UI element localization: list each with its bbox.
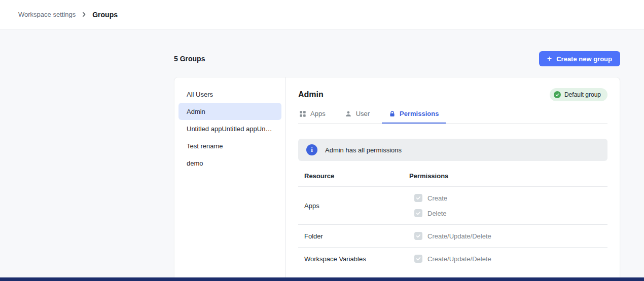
group-item-label: All Users <box>187 91 213 98</box>
resource-name: Apps <box>304 202 409 210</box>
groups-count: 5 Groups <box>174 55 205 63</box>
banner-text: Admin has all permissions <box>325 146 402 154</box>
group-item-label: Untitled appUntitled appUntitle… <box>187 125 273 133</box>
tab-permissions[interactable]: Permissions <box>388 110 440 123</box>
permission-label: Delete <box>427 210 447 217</box>
resource-name: Workspace Variables <box>304 255 409 263</box>
green-check-icon <box>554 91 561 98</box>
tab-apps-label: Apps <box>310 110 326 117</box>
group-item-test-rename[interactable]: Test rename <box>178 137 281 154</box>
permissions-table: Resource Permissions Apps Create <box>298 161 607 270</box>
plus-icon <box>547 55 552 63</box>
table-row-folder: Folder Create/Update/Delete <box>298 225 607 248</box>
checkbox-workspace-variables-cud[interactable] <box>414 255 422 263</box>
checkbox-create[interactable] <box>414 194 422 202</box>
group-item-label: Test rename <box>187 142 223 150</box>
group-item-all-users[interactable]: All Users <box>178 86 281 103</box>
tab-user[interactable]: User <box>344 110 371 123</box>
group-tabs: Apps User Permissions <box>298 110 607 124</box>
group-item-label: demo <box>187 159 203 167</box>
group-item-demo[interactable]: demo <box>178 154 281 172</box>
groups-page: 5 Groups Create new group All Users Admi… <box>174 29 620 277</box>
checkbox-folder-cud[interactable] <box>414 232 422 240</box>
column-header-permissions: Permissions <box>409 172 601 180</box>
bottom-bar <box>0 277 644 281</box>
topbar: Workspace settings Groups <box>0 0 644 29</box>
groups-card: All Users Admin Untitled appUntitled app… <box>174 77 620 277</box>
chevron-right-icon <box>81 11 87 18</box>
permission-label: Create/Update/Delete <box>427 255 491 263</box>
group-list: All Users Admin Untitled appUntitled app… <box>174 77 286 277</box>
permissions-info-banner: Admin has all permissions <box>298 139 607 161</box>
permission-option: Create <box>414 194 601 202</box>
info-icon <box>306 144 317 155</box>
permission-label: Create <box>427 194 447 202</box>
column-header-resource: Resource <box>304 172 409 180</box>
breadcrumb-current-groups: Groups <box>92 11 118 19</box>
lock-icon <box>389 110 396 117</box>
group-item-label: Admin <box>187 108 205 115</box>
create-new-group-label: Create new group <box>556 55 612 63</box>
permission-cell: Create Delete <box>409 194 601 217</box>
create-new-group-button[interactable]: Create new group <box>539 51 620 66</box>
resource-name: Folder <box>304 232 409 240</box>
tab-apps[interactable]: Apps <box>298 110 327 123</box>
table-row-apps: Apps Create Delete <box>298 187 607 225</box>
default-group-label: Default group <box>564 91 601 98</box>
permission-cell: Create/Update/Delete <box>409 255 601 263</box>
permission-option: Create/Update/Delete <box>414 232 601 240</box>
permission-cell: Create/Update/Delete <box>409 232 601 240</box>
permission-option: Create/Update/Delete <box>414 255 601 263</box>
group-item-admin[interactable]: Admin <box>178 103 281 120</box>
table-row-workspace-variables: Workspace Variables Create/Update/Delete <box>298 248 607 270</box>
checkbox-delete[interactable] <box>414 209 422 217</box>
breadcrumb-workspace-settings[interactable]: Workspace settings <box>18 11 76 18</box>
group-title: Admin <box>298 90 324 99</box>
group-item-untitled-app[interactable]: Untitled appUntitled appUntitle… <box>178 120 281 137</box>
table-header-row: Resource Permissions <box>298 161 607 187</box>
panel-header: Admin Default group <box>298 88 607 102</box>
permission-label: Create/Update/Delete <box>427 232 491 240</box>
user-icon <box>345 110 352 117</box>
tab-user-label: User <box>356 110 370 117</box>
apps-grid-icon <box>299 110 306 117</box>
group-detail-panel: Admin Default group Apps <box>286 77 620 277</box>
tab-permissions-label: Permissions <box>400 110 439 117</box>
groups-toolbar: 5 Groups Create new group <box>174 51 620 66</box>
default-group-badge: Default group <box>550 88 607 101</box>
permission-option: Delete <box>414 209 601 217</box>
